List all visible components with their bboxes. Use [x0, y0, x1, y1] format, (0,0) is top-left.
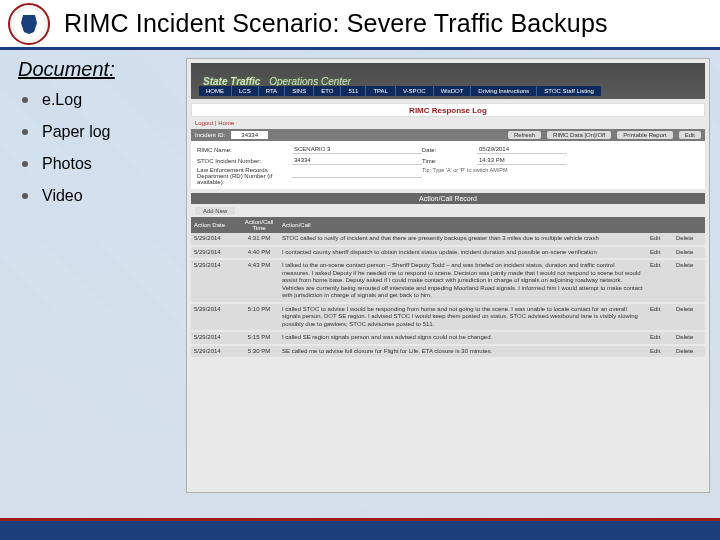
cell-text: I talked to the on-scene contact person … — [279, 259, 647, 303]
response-log-header: RIMC Response Log — [191, 103, 705, 117]
nav-tabs: HOME LCS RTA SINS ETO 511 TPAL V-SPOC Wi… — [199, 86, 602, 96]
slide-header: RIMC Incident Scenario: Severe Traffic B… — [0, 0, 720, 50]
le-number-field[interactable] — [292, 175, 422, 178]
stoc-number-label: STOC Incident Number: — [197, 158, 292, 164]
cell-date: 5/29/2014 — [191, 259, 239, 303]
nav-tab[interactable]: LCS — [232, 86, 259, 96]
table-row: 5/29/20145:30 PMSE called me to advise f… — [191, 345, 705, 359]
col-action-call: Action/Call — [279, 217, 647, 233]
nav-tab[interactable]: TPAL — [366, 86, 396, 96]
stoc-number-field[interactable]: 34334 — [292, 156, 422, 165]
edit-button[interactable]: Edit — [679, 131, 701, 139]
table-row: 5/29/20144:31 PMSTOC called to notify of… — [191, 233, 705, 246]
nav-tab[interactable]: SINS — [285, 86, 314, 96]
row-edit-link[interactable]: Edit — [647, 259, 673, 303]
rimc-name-label: RIMC Name: — [197, 147, 292, 153]
rimc-name-field[interactable]: SCENARIO 3 — [292, 145, 422, 154]
time-field[interactable]: 14:33 PM — [477, 156, 567, 165]
row-edit-link[interactable]: Edit — [647, 233, 673, 246]
cell-date: 5/29/2014 — [191, 303, 239, 332]
bullet-item: Photos — [22, 155, 172, 173]
incident-id-label: Incident ID: — [195, 132, 225, 138]
cell-date: 5/29/2014 — [191, 345, 239, 359]
row-edit-link[interactable]: Edit — [647, 303, 673, 332]
row-edit-link[interactable]: Edit — [647, 331, 673, 345]
le-number-label: Law Enforcement Records Department (RD) … — [197, 167, 292, 185]
add-new-button[interactable]: Add New — [195, 207, 235, 215]
table-row: 5/29/20144:40 PMI contacted county sheri… — [191, 246, 705, 260]
refresh-button[interactable]: Refresh — [508, 131, 541, 139]
printable-report-button[interactable]: Printable Report — [617, 131, 672, 139]
cell-time: 4:31 PM — [239, 233, 279, 246]
row-delete-link[interactable]: Delete — [673, 259, 705, 303]
cell-time: 5:15 PM — [239, 331, 279, 345]
col-action-time: Action/Call Time — [239, 217, 279, 233]
table-row: 5/29/20144:43 PMI talked to the on-scene… — [191, 259, 705, 303]
app-banner: State Traffic Operations Center HOME LCS… — [191, 63, 705, 99]
cell-time: 4:43 PM — [239, 259, 279, 303]
time-tip: Tip: Type 'A' or 'P' to switch AM/PM — [422, 167, 567, 173]
bullet-item: e.Log — [22, 91, 172, 109]
cell-date: 5/29/2014 — [191, 233, 239, 246]
cell-text: I called STOC to advise I would be respo… — [279, 303, 647, 332]
wisconsin-seal-icon — [8, 3, 50, 45]
nav-tab[interactable]: RTA — [259, 86, 285, 96]
table-row: 5/29/20145:15 PMI called SE region signa… — [191, 331, 705, 345]
nav-tab[interactable]: ETO — [314, 86, 341, 96]
slide-title: RIMC Incident Scenario: Severe Traffic B… — [64, 9, 608, 38]
date-label: Date: — [422, 147, 477, 153]
rimc-toggle-button[interactable]: RIMC Data [On]/Off — [547, 131, 611, 139]
section-heading: Document: — [18, 58, 172, 81]
col-action-date: Action Date — [191, 217, 239, 233]
action-record-header: Action/Call Record — [191, 193, 705, 204]
table-row: 5/29/20145:10 PMI called STOC to advise … — [191, 303, 705, 332]
cell-date: 5/29/2014 — [191, 246, 239, 260]
row-edit-link[interactable]: Edit — [647, 246, 673, 260]
cell-time: 5:10 PM — [239, 303, 279, 332]
bullet-panel: Document: e.Log Paper log Photos Video — [18, 58, 172, 493]
cell-text: I contacted county sheriff dispatch to o… — [279, 246, 647, 260]
incident-meta: RIMC Name: SCENARIO 3 Date: 05/29/2014 S… — [191, 141, 705, 189]
row-delete-link[interactable]: Delete — [673, 246, 705, 260]
app-logo: State Traffic Operations Center — [203, 76, 351, 87]
cell-text: I called SE region signals person and wa… — [279, 331, 647, 345]
row-delete-link[interactable]: Delete — [673, 303, 705, 332]
row-delete-link[interactable]: Delete — [673, 345, 705, 359]
cell-date: 5/29/2014 — [191, 331, 239, 345]
row-delete-link[interactable]: Delete — [673, 331, 705, 345]
cell-time: 5:30 PM — [239, 345, 279, 359]
cell-text: SE called me to advise full closure for … — [279, 345, 647, 359]
date-field[interactable]: 05/29/2014 — [477, 145, 567, 154]
nav-tab[interactable]: STOC Staff Listing — [537, 86, 601, 96]
breadcrumb[interactable]: Logout | Home — [191, 117, 705, 129]
footer-band — [0, 518, 720, 540]
col-delete — [673, 217, 705, 233]
cell-text: STOC called to notify of incident and th… — [279, 233, 647, 246]
nav-tab[interactable]: Driving Instructions — [471, 86, 537, 96]
app-screenshot: State Traffic Operations Center HOME LCS… — [186, 58, 710, 493]
action-log-table: Action Date Action/Call Time Action/Call… — [191, 217, 705, 359]
cell-time: 4:40 PM — [239, 246, 279, 260]
nav-tab[interactable]: 511 — [341, 86, 366, 96]
incident-id-field[interactable]: 34334 — [231, 131, 268, 139]
time-label: Time: — [422, 158, 477, 164]
bullet-item: Video — [22, 187, 172, 205]
col-edit — [647, 217, 673, 233]
nav-tab[interactable]: HOME — [199, 86, 232, 96]
nav-tab[interactable]: V-SPOC — [396, 86, 434, 96]
nav-tab[interactable]: WisDOT — [434, 86, 472, 96]
row-delete-link[interactable]: Delete — [673, 233, 705, 246]
incident-toolbar: Incident ID: 34334 Refresh RIMC Data [On… — [191, 129, 705, 141]
bullet-item: Paper log — [22, 123, 172, 141]
row-edit-link[interactable]: Edit — [647, 345, 673, 359]
